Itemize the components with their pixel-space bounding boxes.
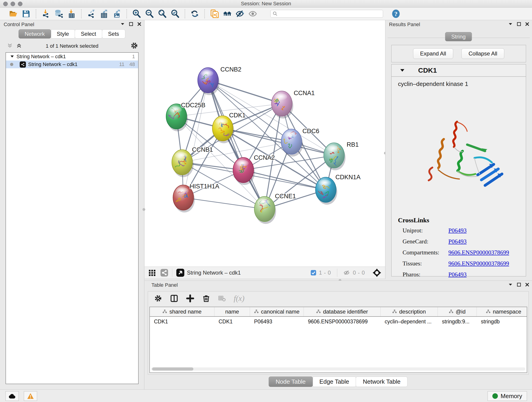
grid-view-button[interactable] bbox=[148, 269, 156, 277]
export-image-button[interactable] bbox=[110, 8, 123, 19]
panel-menu-icon[interactable] bbox=[508, 22, 513, 26]
network-node-CCNA2[interactable]: CCNA2 bbox=[233, 154, 275, 185]
network-edge-HIST1H1A-CCNE1[interactable] bbox=[183, 198, 265, 209]
column-header-description[interactable]: description bbox=[380, 307, 438, 316]
column-header-database-identifier[interactable]: database identifier bbox=[304, 307, 380, 316]
panel-menu-icon[interactable] bbox=[120, 22, 125, 26]
tab-edge-table[interactable]: Edge Table bbox=[312, 376, 356, 387]
tab-network-table[interactable]: Network Table bbox=[356, 376, 408, 387]
crosslink-link[interactable]: 9606.ENSP00000378699 bbox=[448, 260, 509, 267]
clone-network-button[interactable] bbox=[208, 8, 221, 19]
column-header-canonical-name[interactable]: canonical name bbox=[250, 307, 304, 316]
birds-eye-button[interactable] bbox=[372, 268, 381, 277]
import-table-button[interactable] bbox=[65, 8, 78, 19]
tab-network[interactable]: Network bbox=[18, 29, 51, 38]
save-session-button[interactable] bbox=[20, 8, 32, 19]
column-header-label: @id bbox=[456, 308, 466, 315]
hide-selected-button[interactable] bbox=[234, 8, 247, 19]
results-entry-header[interactable]: CDK1 bbox=[392, 64, 526, 77]
scrollbar-thumb[interactable] bbox=[152, 367, 193, 370]
float-panel-icon[interactable] bbox=[517, 283, 521, 287]
network-node-CDC6[interactable]: CDC6 bbox=[280, 128, 319, 157]
column-header-shared-name[interactable]: shared name bbox=[150, 307, 215, 316]
network-collection-row[interactable]: String Network – cdk1 1 bbox=[6, 53, 138, 61]
memory-label: Memory bbox=[500, 393, 522, 400]
table-horizontal-scrollbar[interactable] bbox=[151, 367, 525, 370]
network-node-CDKN1A[interactable]: CDKN1A bbox=[316, 174, 361, 205]
float-panel-icon[interactable] bbox=[517, 22, 521, 26]
float-panel-icon[interactable] bbox=[129, 22, 133, 26]
network-node-HIST1H1A[interactable]: HIST1H1A bbox=[173, 183, 219, 212]
tab-string[interactable]: String bbox=[445, 32, 472, 41]
entry-disclosure-icon[interactable] bbox=[400, 69, 405, 72]
network-node-CDC25B[interactable]: CDC25B bbox=[166, 102, 206, 131]
export-table-button[interactable] bbox=[98, 8, 110, 19]
selected-checkbox-icon[interactable] bbox=[310, 269, 317, 276]
close-panel-icon[interactable] bbox=[137, 22, 141, 26]
table-settings-gear-icon[interactable] bbox=[154, 294, 162, 303]
network-node-CCNE1[interactable]: CCNE1 bbox=[254, 193, 296, 224]
search-input[interactable] bbox=[270, 10, 383, 18]
expand-all-button[interactable]: Expand All bbox=[413, 48, 453, 59]
show-all-button[interactable] bbox=[247, 8, 259, 19]
node-label-CCNE1: CCNE1 bbox=[275, 193, 296, 200]
function-builder-label[interactable]: f(x) bbox=[234, 294, 244, 303]
import-network-file-button[interactable] bbox=[39, 8, 52, 19]
hidden-eye-icon[interactable] bbox=[343, 269, 351, 276]
network-view-title: String Network – cdk1 bbox=[187, 269, 241, 276]
crosslink-link[interactable]: P06493 bbox=[448, 227, 467, 234]
network-row-selected[interactable]: String Network – cdk1 11 48 bbox=[6, 61, 138, 68]
tab-style[interactable]: Style bbox=[51, 29, 75, 38]
warnings-button[interactable] bbox=[24, 391, 37, 401]
delete-table-icon[interactable] bbox=[218, 294, 226, 302]
crosslink-link[interactable]: P06493 bbox=[448, 271, 467, 278]
crosslink-row: Compartments:9606.ENSP00000378699 bbox=[403, 249, 521, 256]
open-session-button[interactable] bbox=[7, 8, 20, 19]
detach-view-button[interactable] bbox=[176, 268, 185, 277]
add-column-icon[interactable] bbox=[186, 294, 194, 303]
network-options-gear-icon[interactable] bbox=[130, 42, 138, 50]
network-badge-button[interactable] bbox=[160, 269, 168, 277]
memory-button[interactable]: Memory bbox=[488, 391, 527, 401]
network-node-RB1[interactable]: RB1 bbox=[324, 141, 359, 170]
column-header-name[interactable]: name bbox=[215, 307, 250, 316]
entry-gene-name: CDK1 bbox=[418, 66, 437, 74]
main-toolbar: ? bbox=[0, 7, 532, 20]
network-view-counts: 1 - 0 0 - 0 bbox=[310, 268, 381, 277]
column-header-@id[interactable]: @id bbox=[438, 307, 477, 316]
export-network-button[interactable] bbox=[85, 8, 98, 19]
network-graph[interactable]: CCNB2CCNA1CDC25BCDK1CDC6RB1CCNB1CCNA2CDK… bbox=[145, 20, 385, 267]
cloud-status-button[interactable] bbox=[6, 391, 19, 401]
import-network-database-button[interactable] bbox=[52, 8, 65, 19]
tab-node-table[interactable]: Node Table bbox=[268, 376, 313, 387]
node-label-CCNB1: CCNB1 bbox=[192, 146, 213, 153]
protein-structure-image bbox=[409, 117, 508, 209]
export-network-icon bbox=[87, 9, 96, 18]
close-panel-icon[interactable] bbox=[525, 283, 529, 287]
show-columns-icon[interactable] bbox=[170, 294, 178, 303]
network-node-CCNB1[interactable]: CCNB1 bbox=[172, 146, 213, 177]
refresh-view-button[interactable] bbox=[188, 8, 201, 19]
left-splitter-handle[interactable] bbox=[143, 208, 145, 211]
close-panel-icon[interactable] bbox=[525, 22, 529, 26]
zoom-selected-button[interactable] bbox=[169, 8, 181, 19]
zoom-out-button[interactable] bbox=[143, 8, 156, 19]
zoom-in-button[interactable] bbox=[130, 8, 143, 19]
crosslink-link[interactable]: P06493 bbox=[448, 238, 467, 245]
first-neighbors-button[interactable] bbox=[221, 8, 234, 19]
panel-menu-icon[interactable] bbox=[508, 283, 513, 286]
results-tabs: String bbox=[446, 32, 472, 41]
delete-column-trash-icon[interactable] bbox=[202, 294, 210, 303]
collapse-all-button[interactable]: Collapse All bbox=[462, 48, 504, 59]
crosslink-link[interactable]: 9606.ENSP00000378699 bbox=[448, 249, 509, 256]
tab-sets[interactable]: Sets bbox=[102, 29, 125, 38]
crosslink-row: GeneCard:P06493 bbox=[403, 238, 521, 245]
disclosure-triangle-icon[interactable] bbox=[10, 55, 14, 58]
table-row[interactable]: CDK1CDK1P064939606.ENSP00000378699cyclin… bbox=[150, 317, 527, 326]
help-button[interactable]: ? bbox=[391, 9, 401, 19]
network-canvas[interactable]: CCNB2CCNA1CDC25BCDK1CDC6RB1CCNB1CCNA2CDK… bbox=[145, 20, 385, 267]
tab-select[interactable]: Select bbox=[75, 29, 102, 38]
column-header-namespace[interactable]: namespace bbox=[477, 307, 527, 316]
zoom-fit-button[interactable] bbox=[156, 8, 169, 19]
houses-icon bbox=[223, 9, 232, 18]
